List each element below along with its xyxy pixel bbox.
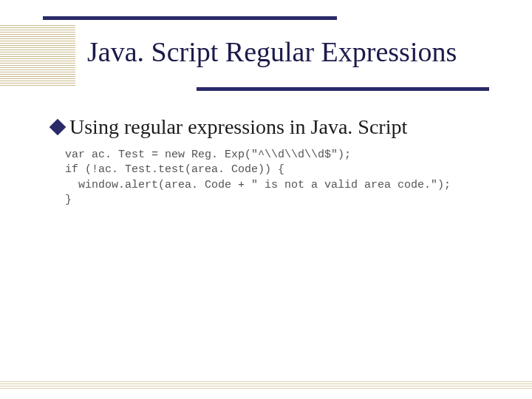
code-snippet: var ac. Test = new Reg. Exp("^\\d\\d\\d$… xyxy=(65,148,451,208)
title-underline-rule xyxy=(197,87,489,91)
decorative-stripes-left xyxy=(0,25,75,87)
diamond-bullet-icon xyxy=(50,119,66,136)
slide-title: Java. Script Regular Expressions xyxy=(87,35,457,68)
code-line: } xyxy=(65,194,72,206)
code-line: var ac. Test = new Reg. Exp("^\\d\\d\\d$… xyxy=(65,149,351,161)
top-horizontal-rule xyxy=(43,16,337,20)
code-line: window.alert(area. Code + " is not a val… xyxy=(65,179,451,191)
decorative-stripes-footer xyxy=(0,381,532,389)
code-line: if (!ac. Test.test(area. Code)) { xyxy=(65,163,284,176)
bullet-text: Using regular expressions in Java. Scrip… xyxy=(69,115,407,139)
bullet-item: Using regular expressions in Java. Scrip… xyxy=(52,115,407,139)
